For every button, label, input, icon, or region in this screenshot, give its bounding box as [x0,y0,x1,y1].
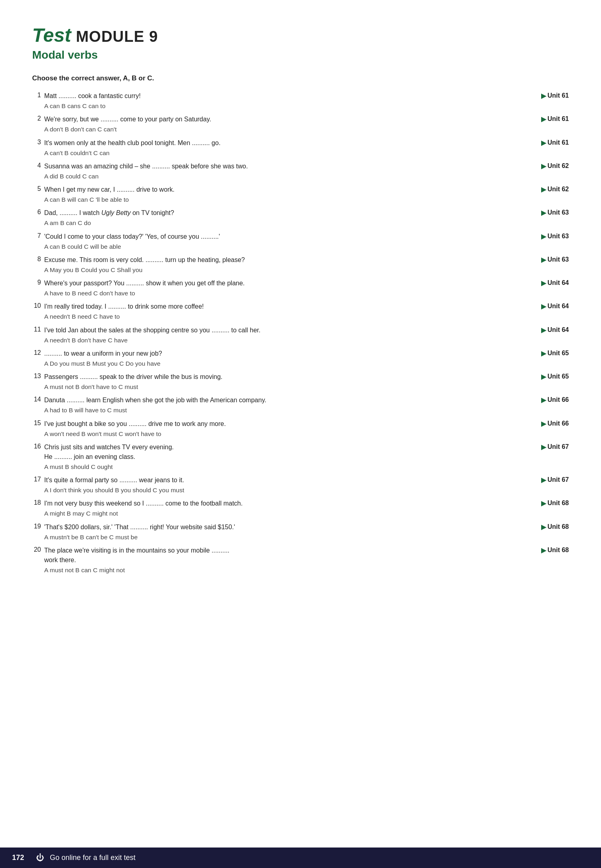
unit-reference: ▶Unit 64 [497,326,569,334]
question-text-block: 'Could I come to your class today?' 'Yes… [44,232,497,251]
question-number-line: 12.......... to wear a uniform in your n… [32,349,497,368]
unit-reference: ▶Unit 68 [497,522,569,531]
unit-arrow-icon: ▶ [541,115,546,123]
power-icon: ⏻ [36,853,44,862]
question-main-text: We're sorry, but we .......... come to y… [44,115,497,124]
unit-arrow-icon: ▶ [541,500,546,507]
unit-label: Unit 63 [548,209,569,216]
unit-arrow-icon: ▶ [541,523,546,531]
question-options: A have to B need C don't have to [44,289,497,298]
question-options: A Do you must B Must you C Do you have [44,359,497,368]
question-text-block: I've told Jan about the sales at the sho… [44,326,497,345]
question-row: 6Dad, .......... I watch Ugly Betty on T… [32,208,569,227]
question-number-line: 6Dad, .......... I watch Ugly Betty on T… [32,208,497,227]
unit-reference: ▶Unit 62 [497,162,569,170]
unit-arrow-icon: ▶ [541,547,546,554]
question-number-line: 1Matt .......... cook a fantastic curry!… [32,91,497,111]
question-text-block: Matt .......... cook a fantastic curry!A… [44,91,497,111]
question-text-block: The place we're visiting is in the mount… [44,546,497,575]
question-number-line: 17It's quite a formal party so .........… [32,475,497,495]
question-number: 18 [32,499,41,506]
unit-arrow-icon: ▶ [541,92,546,100]
question-main-text: I'm really tired today. I .......... to … [44,302,497,311]
question-content: 19'That's $200 dollars, sir.' 'That ....… [32,522,497,542]
question-row: 15I've just bought a bike so you .......… [32,419,569,438]
question-number: 10 [32,302,41,309]
unit-arrow-icon: ▶ [541,303,546,310]
question-number-line: 2We're sorry, but we .......... come to … [32,115,497,134]
question-row: 7'Could I come to your class today?' 'Ye… [32,232,569,251]
question-content: 10I'm really tired today. I .......... t… [32,302,497,321]
question-content: 13Passengers .......... speak to the dri… [32,372,497,391]
unit-reference: ▶Unit 61 [497,115,569,123]
question-number: 9 [32,278,41,286]
question-number: 15 [32,419,41,427]
unit-reference: ▶Unit 61 [497,138,569,147]
questions-container: 1Matt .......... cook a fantastic curry!… [32,91,569,575]
question-main-text: I've told Jan about the sales at the sho… [44,326,497,335]
unit-label: Unit 61 [548,139,569,146]
unit-label: Unit 64 [548,279,569,287]
question-content: 18I'm not very busy this weekend so I ..… [32,499,497,518]
question-text-block: It's quite a formal party so .......... … [44,475,497,495]
question-number-line: 9Where's your passport? You .......... s… [32,278,497,298]
question-number: 3 [32,138,41,146]
unit-arrow-icon: ▶ [541,209,546,217]
question-content: 3It's women only at the health club pool… [32,138,497,158]
question-number-line: 19'That's $200 dollars, sir.' 'That ....… [32,522,497,542]
unit-arrow-icon: ▶ [541,256,546,264]
question-row: 11I've told Jan about the sales at the s… [32,326,569,345]
question-text-block: Excuse me. This room is very cold. .....… [44,255,497,274]
question-content: 16Chris just sits and watches TV every e… [32,442,497,471]
unit-arrow-icon: ▶ [541,420,546,428]
question-number: 6 [32,208,41,216]
question-options: A needn't B don't have C have [44,336,497,345]
question-options: A can't B couldn't C can [44,148,497,158]
question-number: 17 [32,475,41,483]
unit-arrow-icon: ▶ [541,162,546,170]
unit-label: Unit 63 [548,256,569,263]
question-content: 1Matt .......... cook a fantastic curry!… [32,91,497,111]
unit-arrow-icon: ▶ [541,476,546,484]
question-main-text: Susanna was an amazing child – she .....… [44,162,497,171]
question-row: 3It's women only at the health club pool… [32,138,569,158]
question-main-text: When I get my new car, I .......... driv… [44,185,497,194]
unit-label: Unit 64 [548,326,569,334]
unit-reference: ▶Unit 64 [497,278,569,287]
question-number: 4 [32,162,41,169]
question-options: A must not B can C might not [44,565,497,575]
unit-arrow-icon: ▶ [541,139,546,147]
unit-reference: ▶Unit 61 [497,91,569,100]
question-row: 10I'm really tired today. I .......... t… [32,302,569,321]
unit-label: Unit 65 [548,373,569,380]
unit-arrow-icon: ▶ [541,373,546,381]
question-main-text: Matt .......... cook a fantastic curry! [44,91,497,101]
unit-reference: ▶Unit 63 [497,255,569,264]
question-row: 9Where's your passport? You .......... s… [32,278,569,298]
question-text-block: When I get my new car, I .......... driv… [44,185,497,204]
question-number-line: 13Passengers .......... speak to the dri… [32,372,497,391]
question-text-block: 'That's $200 dollars, sir.' 'That ......… [44,522,497,542]
question-options: A can B could C will be able [44,242,497,251]
question-number-line: 4Susanna was an amazing child – she ....… [32,162,497,181]
question-text-block: Susanna was an amazing child – she .....… [44,162,497,181]
question-options: A mustn't be B can't be C must be [44,532,497,542]
unit-label: Unit 66 [548,396,569,403]
question-content: 15I've just bought a bike so you .......… [32,419,497,438]
question-content: 14Danuta .......... learn English when s… [32,395,497,415]
question-options: A might B may C might not [44,509,497,518]
question-main-text: I've just bought a bike so you .........… [44,419,497,429]
question-number: 12 [32,349,41,356]
question-text-block: It's women only at the health club pool … [44,138,497,158]
question-main-text: Chris just sits and watches TV every eve… [44,442,497,462]
unit-reference: ▶Unit 66 [497,395,569,404]
question-main-text: Danuta .......... learn English when she… [44,395,497,405]
question-content: 5When I get my new car, I .......... dri… [32,185,497,204]
unit-label: Unit 61 [548,92,569,99]
question-number-line: 11I've told Jan about the sales at the s… [32,326,497,345]
unit-label: Unit 68 [548,500,569,507]
question-number-line: 3It's women only at the health club pool… [32,138,497,158]
question-row: 20The place we're visiting is in the mou… [32,546,569,575]
unit-label: Unit 61 [548,115,569,123]
question-main-text: The place we're visiting is in the mount… [44,546,497,565]
